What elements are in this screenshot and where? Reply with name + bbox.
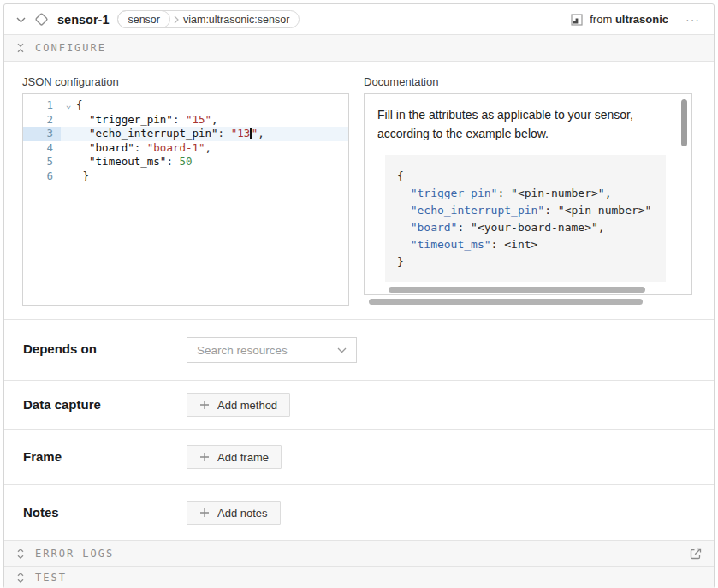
type-label: sensor	[117, 10, 170, 28]
depends-on-label: Depends on	[23, 337, 187, 356]
editor-line[interactable]: 3 "echo_interrupt_pin": "13",	[23, 127, 348, 141]
expand-section-icon	[15, 572, 26, 584]
line-number: 3	[23, 127, 61, 141]
fold-gutter	[61, 155, 76, 169]
depends-on-row: Depends on Search resources	[4, 319, 714, 380]
line-number: 5	[23, 155, 61, 169]
collapse-section-icon	[15, 42, 26, 54]
plus-icon	[199, 508, 210, 518]
line-number: 2	[23, 113, 61, 128]
search-resources-placeholder: Search resources	[197, 344, 337, 357]
notes-row: Notes Add notes	[4, 484, 714, 540]
code-line-content: {	[76, 98, 348, 113]
code-horizontal-scrollbar[interactable]	[389, 287, 645, 293]
doc-code-line: "echo_interrupt_pin": "<pin-number>"	[397, 202, 666, 219]
code-line-content: "board": "board-1",	[76, 141, 348, 156]
notes-label: Notes	[23, 501, 187, 520]
editor-line[interactable]: 6 }	[23, 169, 348, 184]
model-label: viam:ultrasonic:sensor	[179, 14, 299, 26]
doc-code-line: }	[397, 253, 666, 270]
editor-line[interactable]: 2 "trigger_pin": "15",	[23, 113, 348, 128]
add-notes-button[interactable]: Add notes	[187, 501, 281, 525]
error-logs-section-label: ERROR LOGS	[35, 548, 114, 560]
chevron-down-icon	[16, 13, 26, 26]
add-frame-button[interactable]: Add frame	[187, 445, 282, 469]
json-configuration-label: JSON configuration	[22, 75, 349, 88]
code-line-content: "timeout_ms": 50	[76, 155, 348, 169]
add-method-button[interactable]: Add method	[187, 393, 290, 417]
frame-label: Frame	[23, 445, 187, 464]
component-card: sensor-1 sensor viam:ultrasonic:sensor f…	[3, 3, 715, 588]
line-number: 1	[23, 98, 61, 113]
component-header: sensor-1 sensor viam:ultrasonic:sensor f…	[4, 4, 714, 35]
plus-icon	[199, 400, 210, 410]
configure-body: JSON configuration 1⌄{2 "trigger_pin": "…	[4, 62, 714, 319]
fold-gutter	[61, 169, 76, 184]
fold-gutter	[61, 113, 76, 128]
editor-line[interactable]: 5 "timeout_ms": 50	[23, 155, 348, 169]
component-name: sensor-1	[57, 13, 109, 27]
json-editor[interactable]: 1⌄{2 "trigger_pin": "15",3 "echo_interru…	[22, 93, 349, 306]
fold-gutter	[61, 127, 76, 141]
frame-row: Frame Add frame	[4, 429, 714, 484]
test-section-label: TEST	[35, 572, 67, 584]
fold-gutter	[61, 141, 76, 156]
documentation-code-example: { "trigger_pin": "<pin-number>", "echo_i…	[385, 155, 666, 282]
code-line-content: }	[76, 169, 348, 184]
documentation-vertical-scrollbar[interactable]	[681, 99, 687, 146]
editor-line[interactable]: 4 "board": "board-1",	[23, 141, 348, 156]
more-options-button[interactable]: ···	[682, 11, 703, 28]
open-logs-external-icon[interactable]	[689, 547, 703, 561]
code-line-content: "echo_interrupt_pin": "13",	[76, 127, 348, 141]
sensor-diamond-icon	[33, 10, 50, 28]
collapse-component-button[interactable]	[15, 11, 27, 27]
data-capture-label: Data capture	[23, 393, 187, 412]
doc-code-line: {	[397, 168, 666, 185]
from-module-text: from ultrasonic	[590, 13, 668, 26]
doc-code-line: "timeout_ms": <int>	[397, 236, 666, 253]
component-type-badge: sensor viam:ultrasonic:sensor	[117, 10, 300, 28]
documentation-label: Documentation	[364, 75, 692, 88]
line-number: 4	[23, 141, 61, 156]
chevron-down-icon	[337, 347, 347, 353]
expand-section-icon	[15, 548, 26, 560]
documentation-intro-text: Fill in the attributes as applicable to …	[377, 105, 673, 143]
data-capture-row: Data capture Add method	[4, 380, 714, 429]
line-number: 6	[23, 169, 61, 184]
fold-chevron-icon[interactable]: ⌄	[61, 98, 76, 113]
module-name: ultrasonic	[615, 13, 668, 26]
plus-icon	[199, 452, 210, 462]
depends-on-select[interactable]: Search resources	[187, 337, 357, 363]
documentation-panel: Fill in the attributes as applicable to …	[364, 93, 692, 295]
configure-section-label: CONFIGURE	[35, 42, 106, 54]
doc-code-line: "trigger_pin": "<pin-number>",	[397, 185, 666, 202]
configure-section-bar[interactable]: CONFIGURE	[4, 35, 714, 62]
editor-line[interactable]: 1⌄{	[23, 98, 348, 113]
test-section-bar[interactable]: TEST	[4, 566, 714, 588]
error-logs-section-bar[interactable]: ERROR LOGS	[4, 540, 714, 566]
doc-code-line: "board": "<your-board-name>",	[397, 219, 666, 236]
documentation-horizontal-scrollbar[interactable]	[369, 299, 643, 305]
code-line-content: "trigger_pin": "15",	[76, 113, 348, 128]
module-icon	[571, 14, 583, 26]
